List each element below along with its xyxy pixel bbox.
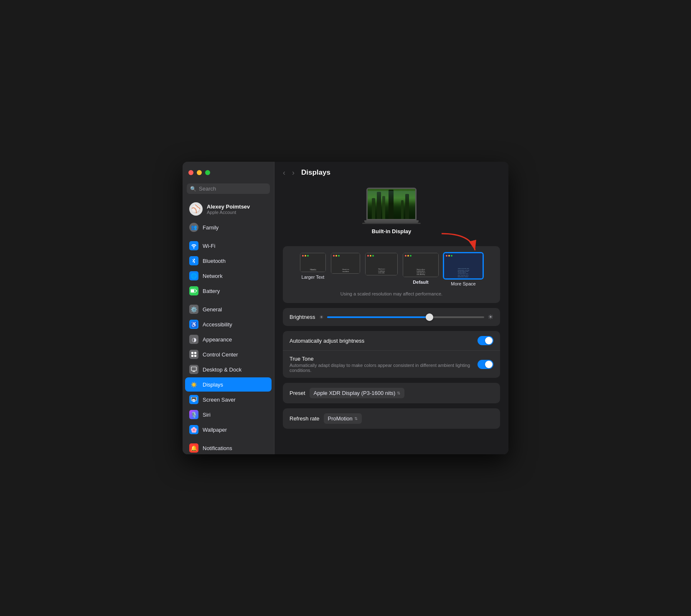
controlcenter-icon: [189, 350, 198, 359]
general-icon: ⚙️: [189, 305, 198, 314]
sidebar-item-label-appearance: Appearance: [203, 336, 232, 343]
brightness-low-icon: ☀: [319, 314, 324, 320]
sidebar-item-desktop[interactable]: Desktop & Dock: [185, 362, 272, 377]
wallpaper-preview: [368, 189, 415, 219]
sidebar-item-accessibility[interactable]: ♿ Accessibility: [185, 317, 272, 331]
sidebar-item-wallpaper[interactable]: 🌸 Wallpaper: [185, 423, 272, 437]
res-preview-2: Here's totroublem: [331, 253, 360, 274]
macbook-foot: [362, 223, 421, 224]
macbook-graphic: [362, 188, 421, 224]
sidebar-item-general[interactable]: ⚙️ General: [185, 302, 272, 316]
bluetooth-icon: [189, 256, 198, 265]
sidebar-item-label-controlcenter: Control Center: [203, 351, 238, 358]
preset-chevron-icon: ⇅: [397, 391, 400, 395]
family-icon: 👥: [189, 223, 198, 232]
network-icon: 🌐: [189, 271, 198, 280]
auto-brightness-toggle[interactable]: [478, 336, 493, 345]
page-title: Displays: [301, 168, 330, 177]
true-tone-label: True Tone: [290, 356, 473, 362]
res-label-default: Default: [413, 280, 428, 285]
sidebar-item-displays[interactable]: ☀️ Displays: [185, 377, 272, 392]
wallpaper-icon: 🌸: [189, 425, 198, 434]
sidebar-item-siri[interactable]: 🎙️ Siri: [185, 407, 272, 422]
sidebar: 🔍 ⚾ Alexey Poimtsev Apple Account 👥 Fami…: [183, 162, 274, 454]
sidebar-item-label-accessibility: Accessibility: [203, 321, 232, 328]
performance-warning: Using a scaled resolution may affect per…: [290, 291, 493, 296]
user-name: Alexey Poimtsev: [207, 204, 250, 210]
sidebar-item-label-bluetooth: Bluetooth: [203, 258, 226, 264]
refresh-rate-chevron-icon: ⇅: [354, 416, 358, 421]
res-label-larger: Larger Text: [302, 275, 325, 280]
sidebar-item-appearance[interactable]: ◑ Appearance: [185, 332, 272, 346]
brightness-slider-container: ☀ ☀: [319, 313, 493, 321]
refresh-rate-value: ProMotion: [328, 415, 353, 422]
brightness-card: Brightness ☀ ☀: [283, 308, 500, 326]
sidebar-item-battery[interactable]: Battery: [185, 284, 272, 298]
notifications-icon: 🔔: [189, 443, 198, 453]
brightness-row: Brightness ☀ ☀: [283, 308, 500, 326]
brightness-high-icon: ☀: [488, 313, 493, 321]
sidebar-item-label-desktop: Desktop & Dock: [203, 367, 241, 373]
svg-rect-5: [191, 355, 193, 357]
svg-rect-7: [191, 367, 196, 371]
brightness-label: Brightness: [290, 314, 315, 320]
sidebar-item-wifi[interactable]: Wi-Fi: [185, 239, 272, 253]
main-content: ‹ › Displays: [274, 162, 508, 454]
system-settings-window: 🔍 ⚾ Alexey Poimtsev Apple Account 👥 Fami…: [183, 162, 508, 454]
preset-row: Preset Apple XDR Display (P3-1600 nits) …: [283, 383, 500, 403]
res-option-default[interactable]: Here's to the crtroublemakers,ones who s…: [403, 253, 439, 286]
sidebar-item-label-family: Family: [203, 224, 218, 231]
search-bar[interactable]: 🔍: [187, 183, 270, 194]
res-option-more-space[interactable]: Here's to the crazy onestroublemakers. T…: [444, 253, 483, 286]
desktop-icon: [189, 365, 198, 374]
back-button[interactable]: ‹: [281, 168, 287, 178]
screensaver-icon: [189, 395, 198, 404]
sidebar-item-notifications[interactable]: 🔔 Notifications: [185, 441, 272, 454]
svg-rect-4: [194, 352, 196, 354]
true-tone-toggle[interactable]: [478, 360, 493, 369]
res-preview-3: Here's to ttroublemaones who: [365, 253, 398, 275]
res-preview-more-space: Here's to the crazy onestroublemakers. T…: [444, 253, 483, 279]
sidebar-item-label-battery: Battery: [203, 288, 220, 294]
main-titlebar: ‹ › Displays: [274, 162, 508, 183]
svg-rect-10: [193, 401, 195, 402]
res-preview-default: Here's to the crtroublemakers,ones who s…: [403, 253, 439, 277]
brightness-slider[interactable]: [327, 316, 484, 318]
sidebar-item-label-wallpaper: Wallpaper: [203, 427, 227, 433]
true-tone-row: True Tone Automatically adapt display to…: [283, 351, 500, 378]
sidebar-item-screensaver[interactable]: Screen Saver: [185, 392, 272, 407]
forward-button[interactable]: ›: [290, 168, 296, 178]
window-titlebar: [183, 162, 274, 183]
sidebar-item-bluetooth[interactable]: Bluetooth: [185, 254, 272, 268]
user-profile[interactable]: ⚾ Alexey Poimtsev Apple Account: [185, 199, 272, 219]
wifi-icon: [189, 241, 198, 250]
svg-rect-3: [191, 352, 193, 354]
res-preview-larger: Here's: [300, 253, 326, 272]
minimize-button[interactable]: [197, 170, 202, 175]
appearance-icon: ◑: [189, 335, 198, 344]
auto-brightness-row: Automatically adjust brightness: [283, 331, 500, 351]
display-screen: [366, 188, 417, 220]
true-tone-desc: Automatically adapt display to make colo…: [290, 363, 473, 373]
slider-thumb[interactable]: [426, 313, 433, 321]
svg-rect-2: [196, 290, 197, 292]
brightness-settings-card: Automatically adjust brightness True Ton…: [283, 331, 500, 378]
user-subtitle: Apple Account: [207, 210, 250, 215]
res-option-2[interactable]: Here's totroublem: [331, 253, 360, 286]
slider-fill: [327, 316, 429, 318]
search-input[interactable]: [199, 186, 267, 192]
auto-brightness-label: Automatically adjust brightness: [290, 338, 473, 344]
sidebar-item-controlcenter[interactable]: Control Center: [185, 347, 272, 361]
preset-value: Apple XDR Display (P3-1600 nits): [314, 390, 396, 396]
preset-dropdown[interactable]: Apple XDR Display (P3-1600 nits) ⇅: [310, 388, 405, 398]
sidebar-item-label-general: General: [203, 306, 222, 313]
display-name: Built-in Display: [372, 228, 412, 234]
sidebar-item-family[interactable]: 👥 Family: [185, 220, 272, 234]
refresh-rate-dropdown[interactable]: ProMotion ⇅: [324, 413, 362, 424]
sidebar-item-label-siri: Siri: [203, 412, 211, 418]
maximize-button[interactable]: [205, 170, 210, 175]
res-option-3[interactable]: Here's to ttroublemaones who: [365, 253, 398, 286]
close-button[interactable]: [188, 170, 193, 175]
sidebar-item-network[interactable]: 🌐 Network: [185, 269, 272, 283]
res-option-larger-text[interactable]: Here's Larger Text: [300, 253, 326, 286]
